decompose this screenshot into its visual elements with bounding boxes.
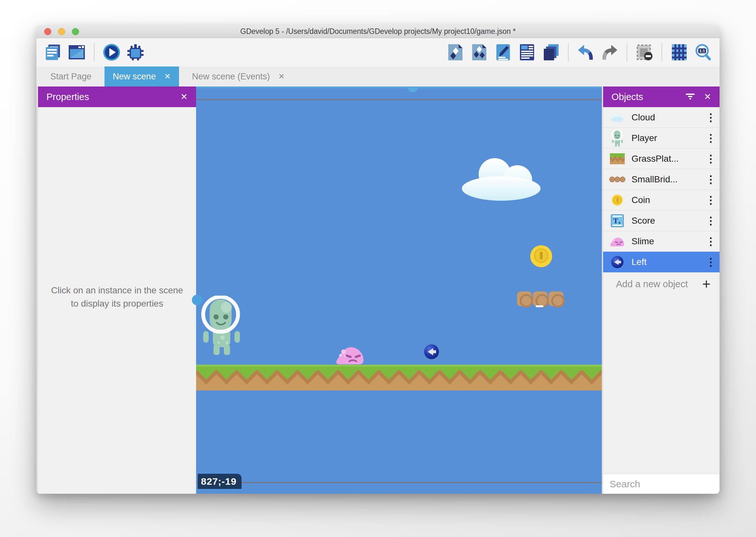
toolbar-divider <box>568 43 569 61</box>
cloud-instance[interactable] <box>460 156 547 203</box>
object-row-player[interactable]: Player ⋮ <box>603 128 720 148</box>
player-icon <box>603 129 631 147</box>
close-window-button[interactable] <box>44 28 51 35</box>
coin-icon <box>603 194 631 206</box>
scene-top-border <box>196 99 602 100</box>
object-row-left[interactable]: Left ⋮ <box>603 252 720 272</box>
titlebar: GDevelop 5 - /Users/david/Documents/GDev… <box>36 25 720 38</box>
properties-title: Properties <box>47 92 89 102</box>
resize-handle-left[interactable] <box>192 295 203 305</box>
object-label: Slime <box>631 236 702 247</box>
window-title: GDevelop 5 - /Users/david/Documents/GDev… <box>240 27 516 36</box>
object-menu-icon[interactable]: ⋮ <box>702 112 720 123</box>
toolbar-divider <box>627 43 627 61</box>
object-label: Left <box>631 257 702 267</box>
grass-platform-instance[interactable] <box>196 365 602 392</box>
toolbar-left <box>44 43 145 62</box>
object-menu-icon[interactable]: ⋮ <box>702 154 720 164</box>
plus-icon: + <box>702 277 710 291</box>
cursor-coordinates-badge: 827;-19 <box>198 474 242 489</box>
minimize-window-button[interactable] <box>58 28 65 35</box>
tab-label: New scene <box>113 72 156 82</box>
toolbar-divider <box>94 43 94 61</box>
close-tab-icon[interactable]: ✕ <box>164 72 170 81</box>
slime-instance[interactable] <box>336 344 365 366</box>
object-menu-icon[interactable]: ⋮ <box>702 133 720 143</box>
undo-icon[interactable] <box>576 43 595 62</box>
tab-label: Start Page <box>50 72 92 82</box>
tab-bar: Start Page New scene ✕ New scene (Events… <box>36 66 720 87</box>
coin-instance[interactable] <box>530 245 552 267</box>
properties-empty-message: Click on an instance in the scene to dis… <box>46 284 188 310</box>
object-row-slime[interactable]: Slime ⋮ <box>603 231 720 252</box>
small-bridge-icon <box>603 176 631 183</box>
left-arrow-icon <box>603 256 631 268</box>
cloud-icon <box>603 113 631 122</box>
player-instance[interactable] <box>200 296 243 357</box>
add-new-object-button[interactable]: Add a new object + <box>603 272 720 296</box>
layers-icon[interactable] <box>542 43 560 62</box>
bridge-highlight <box>536 305 544 307</box>
left-button-instance[interactable] <box>424 344 439 359</box>
resize-handle-top[interactable] <box>407 87 418 92</box>
preview-play-icon[interactable] <box>102 43 121 62</box>
objects-panel: Objects ✕ Cloud ⋮ <box>603 87 720 494</box>
bridge-log <box>517 291 532 306</box>
object-row-coin[interactable]: Coin ⋮ <box>603 190 720 210</box>
bridge-log <box>548 291 563 306</box>
edit-scene-properties-icon[interactable] <box>494 43 512 62</box>
objects-title: Objects <box>612 92 643 102</box>
debug-icon[interactable] <box>126 43 145 62</box>
redo-icon[interactable] <box>600 43 619 62</box>
edit-objects-icon[interactable] <box>446 43 465 62</box>
tab-new-scene-events[interactable]: New scene (Events) ✕ <box>183 66 293 87</box>
toolbar-divider <box>662 43 662 61</box>
toggle-render-mask-icon[interactable] <box>635 43 654 62</box>
grid-icon[interactable] <box>670 43 689 62</box>
object-menu-icon[interactable]: ⋮ <box>702 195 720 205</box>
objects-search-box <box>603 474 720 494</box>
object-label: Score <box>631 216 702 226</box>
search-input[interactable] <box>610 478 720 490</box>
tab-new-scene[interactable]: New scene ✕ <box>104 66 179 87</box>
object-menu-icon[interactable]: ⋮ <box>702 236 720 247</box>
object-label: Coin <box>631 195 702 205</box>
object-row-smallbridge[interactable]: SmallBrid... ⋮ <box>603 169 720 190</box>
object-label: GrassPlat... <box>631 154 702 164</box>
small-bridge-instance[interactable] <box>517 291 563 306</box>
traffic-lights <box>44 28 79 35</box>
object-menu-icon[interactable]: ⋮ <box>702 216 720 226</box>
scene-canvas[interactable]: 827;-19 <box>196 87 602 494</box>
tab-start-page[interactable]: Start Page <box>42 66 100 87</box>
close-properties-icon[interactable]: ✕ <box>180 92 188 102</box>
instances-list-icon[interactable] <box>518 43 536 62</box>
filter-icon[interactable] <box>685 92 695 102</box>
svg-text:x: x <box>618 220 621 225</box>
main-area: Properties ✕ Click on an instance in the… <box>36 87 720 494</box>
grass-platform-icon <box>603 153 631 164</box>
object-label: SmallBrid... <box>631 174 702 185</box>
slime-icon <box>603 236 631 247</box>
close-objects-icon[interactable]: ✕ <box>704 92 711 102</box>
object-menu-icon[interactable]: ⋮ <box>702 174 720 185</box>
zoom-window-button[interactable] <box>72 28 79 35</box>
svg-text:T: T <box>613 217 618 225</box>
tab-label: New scene (Events) <box>192 72 270 82</box>
object-row-cloud[interactable]: Cloud ⋮ <box>603 107 720 128</box>
edit-object-groups-icon[interactable] <box>470 43 489 62</box>
object-menu-icon[interactable]: ⋮ <box>702 257 720 267</box>
add-new-object-label: Add a new object <box>616 279 688 289</box>
bridge-log <box>533 291 548 306</box>
toolbar: 1:1 <box>36 38 720 66</box>
object-label: Cloud <box>631 112 702 123</box>
objects-panel-spacer <box>603 296 720 474</box>
project-manager-icon[interactable] <box>44 43 62 62</box>
object-label: Player <box>631 133 702 143</box>
zoom-1-1-icon[interactable]: 1:1 <box>694 43 712 62</box>
open-scene-window-icon[interactable] <box>67 43 86 62</box>
object-row-score[interactable]: Tx Score ⋮ <box>603 210 720 231</box>
coin-bar <box>540 252 543 260</box>
properties-panel: Properties ✕ Click on an instance in the… <box>38 87 196 494</box>
object-row-grassplatform[interactable]: GrassPlat... ⋮ <box>603 148 720 169</box>
close-tab-icon[interactable]: ✕ <box>278 72 285 81</box>
